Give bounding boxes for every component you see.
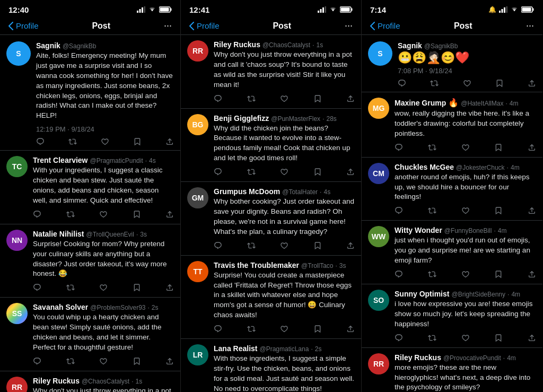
- share-button[interactable]: [528, 206, 536, 215]
- share-button[interactable]: [346, 241, 355, 250]
- reply-button[interactable]: [33, 283, 41, 292]
- avatar[interactable]: GM: [187, 187, 208, 208]
- share-button[interactable]: [528, 143, 536, 152]
- retweet-button[interactable]: [247, 241, 256, 250]
- share-button[interactable]: [528, 334, 536, 342]
- like-button[interactable]: [461, 270, 470, 278]
- avatar[interactable]: RR: [187, 40, 208, 62]
- tweet-name[interactable]: Trent Clearview: [33, 156, 88, 164]
- bookmark-button[interactable]: [313, 168, 322, 176]
- retweet-button[interactable]: [247, 325, 256, 333]
- tweet-name[interactable]: Riley Ruckus: [33, 377, 80, 385]
- retweet-button[interactable]: [428, 143, 436, 152]
- nav-dots[interactable]: ···: [345, 20, 353, 31]
- retweet-button[interactable]: [66, 283, 75, 292]
- avatar[interactable]: SO: [368, 290, 389, 311]
- tweet-name[interactable]: Riley Ruckus: [395, 353, 441, 362]
- bookmark-button[interactable]: [495, 79, 504, 88]
- reply-button[interactable]: [398, 79, 406, 88]
- tweet-name[interactable]: Savanah Solver: [33, 303, 88, 311]
- share-button[interactable]: [528, 270, 536, 278]
- like-button[interactable]: [280, 94, 288, 103]
- bookmark-button[interactable]: [133, 137, 142, 146]
- share-button[interactable]: [165, 283, 174, 292]
- retweet-button[interactable]: [247, 94, 256, 103]
- bookmark-button[interactable]: [494, 334, 503, 342]
- tweet-name[interactable]: Sunny Optimist: [395, 290, 449, 298]
- reply-button[interactable]: [214, 325, 222, 333]
- avatar[interactable]: TC: [6, 156, 28, 177]
- share-button[interactable]: [165, 357, 174, 365]
- reply-button[interactable]: [36, 137, 45, 146]
- retweet-button[interactable]: [428, 206, 436, 215]
- tweet-name[interactable]: Riley Ruckus: [214, 40, 260, 49]
- tweet-feed[interactable]: S Sagnik @SagnikBb 😬😩🤦🏻😊❤️7:08 PM · 9/18…: [362, 35, 542, 392]
- reply-button[interactable]: [395, 143, 403, 152]
- tweet-name[interactable]: Benji Gigglefizz: [214, 114, 269, 123]
- bookmark-button[interactable]: [313, 241, 322, 250]
- like-button[interactable]: [461, 206, 470, 215]
- bookmark-button[interactable]: [133, 210, 141, 219]
- nav-back[interactable]: Profile: [189, 21, 220, 30]
- avatar[interactable]: NN: [6, 230, 28, 251]
- avatar[interactable]: TT: [187, 261, 208, 282]
- like-button[interactable]: [99, 283, 108, 292]
- reply-button[interactable]: [395, 270, 403, 278]
- avatar[interactable]: S: [6, 41, 31, 66]
- nav-dots[interactable]: ···: [164, 20, 172, 31]
- like-button[interactable]: [99, 357, 108, 365]
- share-button[interactable]: [165, 210, 174, 219]
- nav-back[interactable]: Profile: [8, 21, 39, 30]
- tweet-name[interactable]: Travis the Troublemaker: [214, 261, 299, 269]
- retweet-button[interactable]: [428, 270, 436, 278]
- avatar[interactable]: WW: [368, 226, 389, 247]
- reply-button[interactable]: [33, 210, 41, 219]
- like-button[interactable]: [463, 79, 471, 88]
- tweet-name[interactable]: Maxine Grump: [395, 99, 446, 107]
- bookmark-button[interactable]: [494, 270, 503, 278]
- avatar[interactable]: LR: [187, 344, 208, 365]
- retweet-button[interactable]: [66, 210, 75, 219]
- retweet-button[interactable]: [428, 334, 436, 342]
- avatar[interactable]: RR: [368, 353, 389, 374]
- avatar[interactable]: RR: [6, 377, 28, 392]
- tweet-name[interactable]: Lana Realist: [214, 344, 257, 353]
- like-button[interactable]: [461, 334, 470, 342]
- tweet-name[interactable]: Chuckles McGee: [395, 163, 454, 171]
- retweet-button[interactable]: [68, 137, 77, 146]
- nav-dots[interactable]: ···: [526, 20, 534, 31]
- reply-button[interactable]: [33, 357, 41, 365]
- reply-button[interactable]: [214, 241, 222, 250]
- reply-button[interactable]: [395, 206, 403, 215]
- tweet-name[interactable]: Grumpus McDoom: [214, 187, 280, 196]
- bookmark-button[interactable]: [313, 325, 322, 333]
- avatar[interactable]: SS: [6, 303, 28, 324]
- tweet-name[interactable]: Witty Wonder: [395, 226, 442, 234]
- like-button[interactable]: [101, 137, 109, 146]
- like-button[interactable]: [280, 325, 288, 333]
- tweet-feed[interactable]: RR Riley Ruckus @ChaosCatalyst ·1s Why d…: [181, 35, 361, 392]
- retweet-button[interactable]: [66, 357, 75, 365]
- reply-button[interactable]: [214, 168, 222, 176]
- nav-back[interactable]: Profile: [370, 21, 400, 30]
- avatar[interactable]: S: [368, 41, 392, 66]
- share-button[interactable]: [346, 325, 355, 333]
- avatar[interactable]: BG: [187, 114, 208, 135]
- share-button[interactable]: [346, 94, 355, 103]
- like-button[interactable]: [280, 168, 288, 176]
- bookmark-button[interactable]: [494, 206, 503, 215]
- like-button[interactable]: [99, 210, 108, 219]
- like-button[interactable]: [280, 241, 288, 250]
- tweet-name[interactable]: Sagnik: [398, 41, 422, 50]
- tweet-name[interactable]: Natalie Nihilist: [33, 230, 84, 238]
- reply-button[interactable]: [395, 334, 403, 342]
- retweet-button[interactable]: [247, 168, 256, 176]
- retweet-button[interactable]: [430, 79, 439, 88]
- tweet-name[interactable]: Sagnik: [36, 41, 60, 50]
- bookmark-button[interactable]: [133, 357, 141, 365]
- bookmark-button[interactable]: [313, 94, 322, 103]
- share-button[interactable]: [165, 137, 174, 146]
- share-button[interactable]: [528, 79, 536, 88]
- reply-button[interactable]: [214, 94, 222, 103]
- bookmark-button[interactable]: [133, 283, 141, 292]
